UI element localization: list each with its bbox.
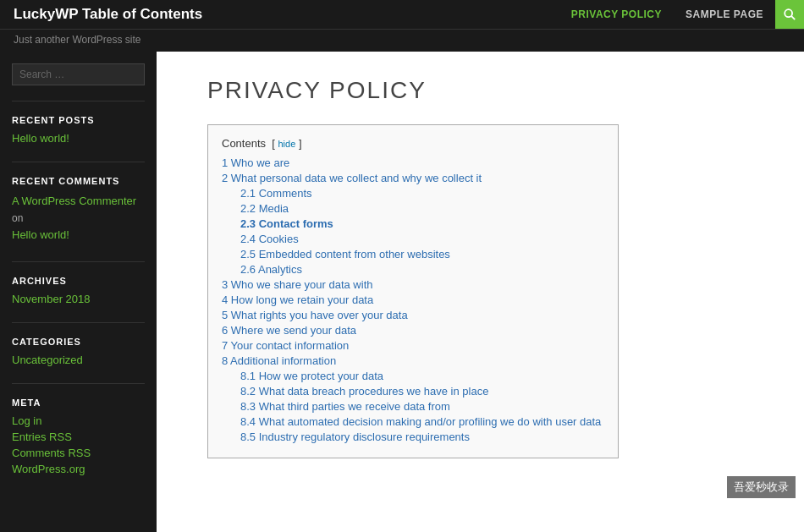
categories-title: CATEGORIES — [12, 337, 145, 347]
toc-item-5: 5 What rights you have over your data — [222, 309, 601, 322]
site-title: LuckyWP Table of Contents — [14, 6, 202, 23]
toc-label: Contents — [222, 137, 266, 150]
toc-list: 1 Who we are 2 What personal data we col… — [222, 156, 601, 444]
toc-link-6[interactable]: 6 Where we send your data — [222, 324, 356, 337]
sidebar-section-archives: ARCHIVES November 2018 — [12, 261, 145, 305]
toc-link-8-2[interactable]: 8.2 What data breach procedures we have … — [240, 385, 488, 398]
nav-privacy-policy[interactable]: PRIVACY POLICY — [559, 0, 674, 29]
sidebar-section-recent-comments: RECENT COMMENTS A WordPress Commenter on… — [12, 162, 145, 244]
sidebar-section-meta: META Log in Entries RSS Comments RSS Wor… — [12, 383, 145, 475]
toc-item-7: 7 Your contact information — [222, 339, 601, 353]
page-title: PRIVACY POLICY — [207, 77, 770, 104]
toc-item-2-5: 2.5 Embedded content from other websites — [240, 248, 601, 261]
toc-item-2-4: 2.4 Cookies — [240, 233, 601, 246]
table-of-contents: Contents [ hide ] 1 Who we are 2 What pe… — [207, 124, 619, 458]
toc-item-2-2: 2.2 Media — [240, 202, 601, 216]
comment-author-link[interactable]: A WordPress Commenter — [12, 195, 136, 207]
main-content: PRIVACY POLICY Contents [ hide ] 1 Who w… — [157, 52, 804, 532]
archive-nov-2018[interactable]: November 2018 — [12, 293, 145, 305]
svg-point-0 — [785, 9, 792, 17]
tagline-bar: Just another WordPress site — [0, 29, 804, 52]
recent-comment-item: A WordPress Commenter on Hello world! — [12, 193, 145, 244]
toc-hide-link[interactable]: hide — [278, 139, 296, 149]
toc-link-2-3[interactable]: 2.3 Contact forms — [240, 217, 333, 230]
toc-link-8-1[interactable]: 8.1 How we protect your data — [240, 370, 383, 382]
toc-link-8[interactable]: 8 Additional information — [222, 354, 336, 367]
meta-wordpress-org[interactable]: WordPress.org — [12, 463, 145, 475]
toc-link-8-4[interactable]: 8.4 What automated decision making and/o… — [240, 415, 601, 428]
toc-item-4: 4 How long we retain your data — [222, 293, 601, 307]
sidebar-section-categories: CATEGORIES Uncategorized — [12, 322, 145, 366]
toc-item-8-3: 8.3 What third parties we receive data f… — [240, 400, 601, 414]
comment-on-text: on — [12, 212, 23, 224]
toc-item-2-1: 2.1 Comments — [240, 187, 601, 200]
toc-link-2-1[interactable]: 2.1 Comments — [240, 187, 312, 200]
toc-item-2-3: 2.3 Contact forms — [240, 217, 601, 231]
toc-item-2-6: 2.6 Analytics — [240, 263, 601, 277]
toc-item-8-2: 8.2 What data breach procedures we have … — [240, 385, 601, 398]
meta-title: META — [12, 398, 145, 408]
page-layout: RECENT POSTS Hello world! RECENT COMMENT… — [0, 52, 804, 532]
sidebar-recent-post-hello-world[interactable]: Hello world! — [12, 132, 145, 145]
toc-link-5[interactable]: 5 What rights you have over your data — [222, 309, 408, 321]
main-nav: PRIVACY POLICY SAMPLE PAGE — [559, 0, 804, 29]
toc-sublist-2: 2.1 Comments 2.2 Media 2.3 Contact forms… — [222, 187, 601, 277]
toc-link-2-6[interactable]: 2.6 Analytics — [240, 263, 302, 276]
site-header: LuckyWP Table of Contents PRIVACY POLICY… — [0, 0, 804, 29]
toc-link-2-5[interactable]: 2.5 Embedded content from other websites — [240, 248, 450, 261]
toc-item-2: 2 What personal data we collect and why … — [222, 172, 601, 185]
meta-login[interactable]: Log in — [12, 414, 145, 427]
site-tagline: Just another WordPress site — [14, 34, 141, 46]
toc-item-1: 1 Who we are — [222, 156, 601, 170]
search-input[interactable] — [12, 63, 145, 85]
toc-link-8-3[interactable]: 8.3 What third parties we receive data f… — [240, 400, 450, 413]
meta-comments-rss[interactable]: Comments RSS — [12, 447, 145, 459]
sidebar-section-recent-posts: RECENT POSTS Hello world! — [12, 101, 145, 145]
toc-link-8-5[interactable]: 8.5 Industry regulatory disclosure requi… — [240, 431, 470, 443]
toc-link-2-4[interactable]: 2.4 Cookies — [240, 233, 299, 245]
toc-item-8-1: 8.1 How we protect your data — [240, 370, 601, 383]
toc-item-8-5: 8.5 Industry regulatory disclosure requi… — [240, 431, 601, 444]
toc-item-3: 3 Who we share your data with — [222, 278, 601, 292]
toc-link-4[interactable]: 4 How long we retain your data — [222, 293, 373, 306]
toc-item-6: 6 Where we send your data — [222, 324, 601, 337]
svg-line-1 — [791, 16, 795, 19]
toc-link-2-2[interactable]: 2.2 Media — [240, 202, 289, 215]
search-icon — [783, 8, 796, 21]
toc-link-1[interactable]: 1 Who we are — [222, 156, 289, 169]
meta-entries-rss[interactable]: Entries RSS — [12, 431, 145, 443]
toc-item-8-4: 8.4 What automated decision making and/o… — [240, 415, 601, 429]
archives-title: ARCHIVES — [12, 276, 145, 286]
toc-header: Contents [ hide ] — [222, 137, 601, 150]
comment-page-link[interactable]: Hello world! — [12, 227, 145, 244]
nav-sample-page[interactable]: SAMPLE PAGE — [674, 0, 775, 29]
toc-link-7[interactable]: 7 Your contact information — [222, 339, 349, 352]
recent-comments-title: RECENT COMMENTS — [12, 176, 145, 186]
toc-link-3[interactable]: 3 Who we share your data with — [222, 278, 372, 291]
category-uncategorized[interactable]: Uncategorized — [12, 354, 145, 366]
recent-posts-title: RECENT POSTS — [12, 115, 145, 125]
toc-link-2[interactable]: 2 What personal data we collect and why … — [222, 172, 482, 184]
toc-sublist-8: 8.1 How we protect your data 8.2 What da… — [222, 370, 601, 444]
toc-item-8: 8 Additional information — [222, 354, 601, 368]
sidebar: RECENT POSTS Hello world! RECENT COMMENT… — [0, 52, 157, 532]
nav-search-button[interactable] — [775, 0, 804, 29]
